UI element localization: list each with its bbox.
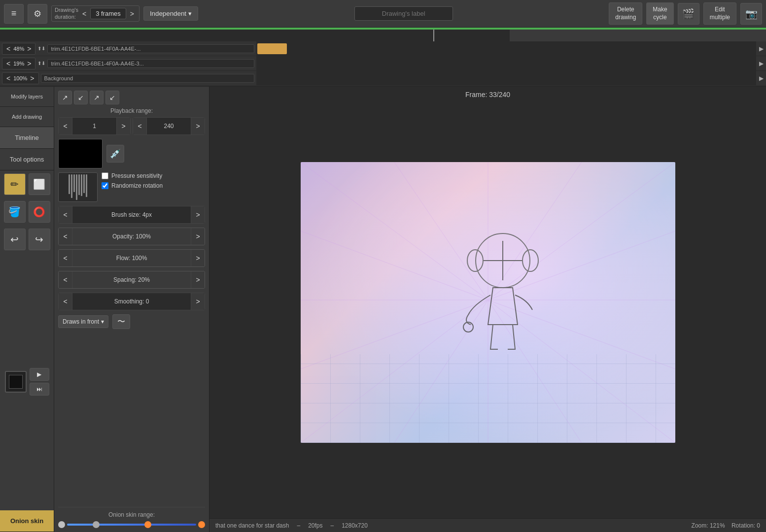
smoothing-control: < Smoothing: 0 > [58, 293, 205, 310]
draws-in-front-label: Draws in front [63, 318, 99, 325]
timeline-row-bg: < 100% > Background ▶ [0, 71, 766, 86]
tab-onion-skin[interactable]: Onion skin [0, 510, 54, 532]
opacity-label: Opacity: 100% [72, 233, 191, 240]
spacing-next[interactable]: > [191, 271, 205, 288]
playback-end-next[interactable]: > [191, 118, 205, 134]
settings-button[interactable]: ⚙ [28, 4, 47, 24]
pressure-sensitivity-checkbox[interactable] [102, 172, 108, 179]
playback-start-next[interactable]: > [116, 118, 130, 134]
brush-size-control: < Brush size: 4px > [58, 206, 205, 224]
brush-tool-btn[interactable]: ✏ [4, 173, 26, 195]
playback-end-prev[interactable]: < [133, 118, 147, 134]
spacing-label: Spacing: 20% [72, 276, 191, 283]
svg-line-3 [488, 162, 582, 300]
eraser-tool-btn[interactable]: ⬜ [29, 173, 50, 195]
duration-next-btn[interactable]: > [128, 9, 136, 19]
drawing-label-input[interactable] [354, 6, 453, 21]
brush-lines [69, 174, 87, 200]
zoom-indicator: Zoom: 121% Rotation: 0 [692, 522, 760, 529]
scroll-arrow-right-2[interactable]: ▶ [756, 60, 766, 67]
lasso-tool-btn[interactable]: ⭕ [29, 201, 50, 223]
onion-dot-right [198, 521, 205, 528]
independent-button[interactable]: Independent ▾ [143, 6, 198, 21]
color-picker-area: 💉 [58, 139, 205, 168]
tab-add-drawing[interactable]: Add drawing [0, 107, 54, 127]
eyedropper-icon: 💉 [110, 148, 121, 159]
timeline-area: < 48% > ⬆⬇ trim.4E1C1FDB-6BE1-4F0A-AA4E-… [0, 28, 766, 87]
opacity-prev[interactable]: < [59, 228, 72, 245]
camera-icon-button[interactable]: 📷 [740, 3, 762, 25]
layer-controls-1: < 48% > ⬆⬇ trim.4E1C1FDB-6BE1-4F0A-AA4E-… [0, 43, 256, 55]
brush-size-next[interactable]: > [191, 206, 205, 223]
eyedropper-btn[interactable]: 💉 [106, 145, 124, 163]
svg-line-15 [301, 231, 488, 300]
onion-slider-handle-left[interactable] [93, 521, 100, 528]
delete-drawing-button[interactable]: Delete drawing [609, 2, 642, 25]
tab-tool-options[interactable]: Tool options [0, 149, 54, 170]
scroll-arrow-right[interactable]: ▶ [756, 45, 766, 52]
randomize-rotation-checkbox[interactable] [102, 182, 108, 189]
expand-btn-2[interactable]: ↙ [74, 91, 88, 104]
spacing-prev[interactable]: < [59, 271, 72, 288]
randomize-rotation-row: Randomize rotation [102, 182, 163, 189]
brush-size-prev[interactable]: < [59, 206, 72, 223]
frames-display: 3 frames [90, 8, 126, 19]
playback-start-prev[interactable]: < [59, 118, 72, 134]
playback-start-value: 1 [72, 123, 116, 130]
bottom-tool-section: ▶ ⏭ [0, 365, 54, 399]
onion-slider-handle-right[interactable] [144, 521, 151, 528]
color-swatch[interactable] [58, 139, 103, 168]
redo-btn[interactable]: ↪ [29, 229, 50, 250]
tab-timeline[interactable]: Timeline [0, 127, 54, 149]
timeline-track-1[interactable] [256, 41, 756, 56]
edit-multiple-button[interactable]: Edit multiple [703, 2, 736, 25]
smoothing-prev[interactable]: < [59, 293, 72, 310]
fill-tool-btn[interactable]: 🪣 [4, 201, 26, 223]
frame-indicator: Frame: 33/240 [465, 91, 510, 99]
tab-modify-layers[interactable]: Modify layers [0, 87, 54, 107]
independent-label: Independent [150, 10, 186, 17]
layer-name-bg: Background [41, 74, 254, 83]
left-panel: Modify layers Add drawing Timeline Tool … [0, 87, 54, 532]
opacity-next[interactable]: > [191, 228, 205, 245]
main-content: Modify layers Add drawing Timeline Tool … [0, 87, 766, 532]
film-icon-button[interactable]: 🎬 [678, 3, 699, 25]
flow-prev[interactable]: < [59, 250, 72, 266]
draws-in-front-select[interactable]: Draws in front ▾ [58, 315, 108, 328]
undo-btn[interactable]: ↩ [4, 229, 26, 250]
duration-prev-btn[interactable]: < [80, 9, 88, 19]
pctbg-next[interactable]: > [28, 73, 36, 83]
layer-name-1: trim.4E1C1FDB-6BE1-4F0A-AA4E-... [47, 44, 254, 53]
expand-btn-3[interactable]: ↗ [90, 91, 104, 104]
layer-name-2: trim.4E1C1FDB-6BE1-4F0A-AA4E-3... [47, 59, 254, 68]
timeline-track-bg[interactable] [256, 71, 756, 85]
advance-tool-btn[interactable]: ⏭ [30, 383, 49, 396]
spacing-control: < Spacing: 20% > [58, 271, 205, 289]
animation-canvas[interactable] [301, 162, 675, 443]
pct2-prev[interactable]: < [4, 59, 12, 68]
timeline-row-2: < 19% > ⬆⬇ trim.4E1C1FDB-6BE1-4F0A-AA4E-… [0, 56, 766, 71]
smoothing-next[interactable]: > [191, 293, 205, 310]
onion-slider[interactable] [67, 524, 196, 526]
expand-btn-4[interactable]: ↙ [105, 91, 119, 104]
pct1-next[interactable]: > [25, 44, 33, 54]
pct1-prev[interactable]: < [4, 44, 12, 54]
pctbg-prev[interactable]: < [4, 73, 12, 83]
playback-range-label: Playback range: [58, 107, 205, 114]
separator-dash-2: – [330, 522, 334, 529]
play-tool-btn[interactable]: ▶ [30, 368, 49, 381]
canvas-viewport[interactable] [209, 87, 766, 518]
pct2-next[interactable]: > [25, 59, 33, 68]
timeline-track-2[interactable] [256, 56, 756, 70]
flow-next[interactable]: > [191, 250, 205, 266]
scroll-arrow-right-bg[interactable]: ▶ [756, 75, 766, 82]
expand-btn-1[interactable]: ↗ [58, 91, 72, 104]
resolution-display: 1280x720 [342, 522, 368, 529]
wave-btn[interactable]: 〜 [112, 314, 130, 329]
pct-control-2: < 19% > [2, 58, 35, 69]
menu-button[interactable]: ≡ [4, 4, 24, 24]
menu-icon: ≡ [11, 8, 17, 19]
settings-icon: ⚙ [34, 8, 41, 19]
make-cycle-button[interactable]: Make cycle [646, 2, 673, 25]
svg-line-5 [488, 231, 675, 300]
